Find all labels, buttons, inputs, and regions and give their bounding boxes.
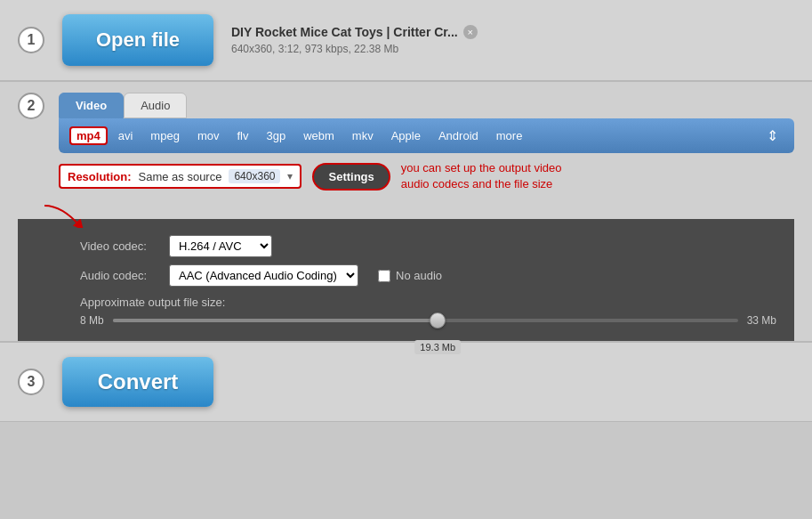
resolution-group: Resolution: Same as source 640x360 ▾ — [59, 164, 301, 189]
slider-wrapper[interactable]: 19.3 Mb — [113, 319, 738, 322]
settings-row: Resolution: Same as source 640x360 ▾ Set… — [59, 160, 794, 192]
section-1: 1 Open file DIY Rocket Mice Cat Toys | C… — [0, 0, 812, 81]
no-audio-label: No audio — [396, 269, 442, 282]
tab-video[interactable]: Video — [59, 93, 124, 118]
format-mov[interactable]: mov — [190, 126, 227, 145]
section-3: 3 Convert — [0, 343, 812, 422]
resolution-label: Resolution: — [68, 170, 132, 183]
tab-row: Video Audio — [59, 93, 794, 118]
format-apple[interactable]: Apple — [384, 126, 428, 145]
resolution-value: Same as source — [139, 170, 222, 183]
file-title: DIY Rocket Mice Cat Toys | Critter Cr... — [231, 25, 458, 39]
video-codec-select[interactable]: H.264 / AVC H.265 / HEVC MPEG-4 VP9 — [169, 235, 272, 257]
filesize-row: Approximate output file size: 8 Mb 19.3 … — [80, 296, 776, 327]
settings-arrow-icon — [36, 201, 98, 228]
audio-codec-label: Audio codec: — [80, 269, 160, 282]
slider-max-label: 33 Mb — [747, 314, 776, 327]
format-3gp[interactable]: 3gp — [259, 126, 293, 145]
format-webm[interactable]: webm — [296, 126, 342, 145]
step-2-number: 2 — [18, 93, 44, 119]
format-more-arrow[interactable]: ⇕ — [761, 126, 784, 146]
format-mpeg[interactable]: mpeg — [143, 126, 187, 145]
step-1-number: 1 — [18, 27, 44, 53]
file-meta: 640x360, 3:12, 973 kbps, 22.38 Mb — [231, 43, 478, 55]
slider-min-label: 8 Mb — [80, 314, 104, 327]
no-audio-group: No audio — [378, 269, 442, 282]
audio-codec-select[interactable]: AAC (Advanced Audio Coding) MP3 OGG — [169, 264, 358, 287]
tabs-and-formats: Video Audio mp4 avi mpeg mov flv 3gp web… — [59, 93, 794, 196]
settings-panel: Video codec: H.264 / AVC H.265 / HEVC MP… — [18, 219, 794, 341]
filesize-label: Approximate output file size: — [80, 296, 776, 309]
format-mkv[interactable]: mkv — [345, 126, 381, 145]
settings-hint: you can set up the output video audio co… — [401, 160, 562, 192]
slider-tooltip: 19.3 Mb — [414, 340, 461, 354]
video-codec-row: Video codec: H.264 / AVC H.265 / HEVC MP… — [80, 235, 776, 257]
convert-button[interactable]: Convert — [62, 357, 213, 407]
format-mp4[interactable]: mp4 — [69, 126, 108, 145]
slider-fill — [113, 319, 438, 322]
open-file-button[interactable]: Open file — [62, 14, 213, 66]
audio-codec-row: Audio codec: AAC (Advanced Audio Coding)… — [80, 264, 776, 287]
slider-track — [113, 319, 738, 322]
no-audio-checkbox[interactable] — [378, 270, 390, 282]
section-2: 2 Video Audio mp4 avi mpeg mov flv 3gp w… — [0, 82, 812, 342]
resolution-size: 640x360 — [229, 169, 280, 183]
format-bar: mp4 avi mpeg mov flv 3gp webm mkv Apple … — [59, 118, 794, 153]
format-android[interactable]: Android — [431, 126, 486, 145]
resolution-dropdown-arrow[interactable]: ▾ — [287, 170, 293, 182]
tab-audio[interactable]: Audio — [124, 93, 187, 118]
video-codec-label: Video codec: — [80, 239, 160, 253]
format-more[interactable]: more — [489, 126, 530, 145]
step-3-number: 3 — [18, 369, 44, 395]
format-flv[interactable]: flv — [229, 126, 255, 145]
slider-container: 8 Mb 19.3 Mb 33 Mb — [80, 314, 776, 327]
settings-hint-line2: audio codecs and the file size — [401, 177, 553, 191]
settings-hint-line1: you can set up the output video — [401, 161, 562, 174]
file-close-button[interactable]: × — [463, 25, 478, 39]
slider-thumb[interactable] — [430, 312, 446, 328]
file-info: DIY Rocket Mice Cat Toys | Critter Cr...… — [231, 25, 478, 55]
format-avi[interactable]: avi — [111, 126, 141, 145]
settings-button[interactable]: Settings — [312, 163, 390, 191]
